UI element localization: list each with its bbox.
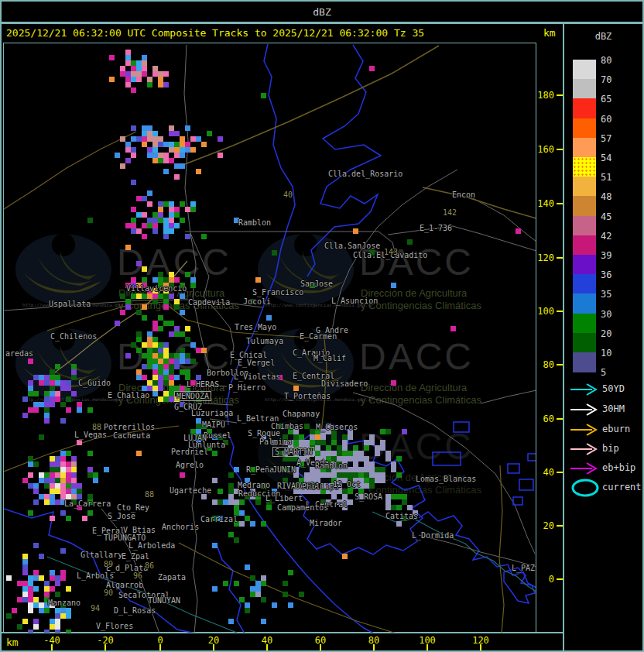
road-number-label: 88 [145, 490, 154, 499]
scale-color-swatch [573, 138, 596, 158]
place-label: Villavicencio [126, 284, 187, 293]
y-axis-tick [557, 257, 563, 259]
place-label: L_Libert [265, 494, 303, 503]
scale-color-swatch [573, 333, 596, 353]
place-label: Clla.SanJose [324, 242, 380, 250]
place-label: JUNIN [272, 465, 296, 474]
place-label: T_Porteñas [284, 392, 331, 400]
scale-value-label: 5 [601, 367, 606, 378]
scale-color-swatch [573, 274, 596, 294]
place-label: S_Jose [108, 512, 135, 520]
place-label: Clla.del_Rosario [328, 170, 402, 178]
scale-value-label: 65 [601, 94, 611, 105]
road-number-label: 142 [443, 208, 457, 217]
place-label: L.HERAS [187, 380, 219, 389]
y-axis-tick [557, 472, 563, 473]
track-arrow-icon [569, 440, 603, 458]
place-label: Potrerillos [104, 423, 155, 431]
place-label: Palmira [259, 438, 292, 446]
scale-value-label: 60 [601, 114, 611, 125]
y-axis-tick-label: 140 [536, 198, 554, 209]
map-content: DACCDirección de Agriculturay Contingenc… [3, 43, 536, 633]
place-label: L_PAZ [512, 564, 535, 572]
place-label: Mirador [310, 519, 342, 527]
scale-color-swatch [573, 235, 596, 256]
road-number-label: 88 [92, 423, 101, 431]
y-axis-tick [557, 203, 563, 204]
scale-value-label: 35 [601, 289, 611, 300]
x-axis-tick-label: 120 [465, 635, 496, 646]
scale-value-label: 10 [601, 348, 611, 359]
place-label: Zapata [158, 573, 186, 582]
title-bar: dBZ [0, 0, 644, 23]
place-label: C_Chilenos [50, 332, 97, 341]
place-label: aredas [5, 349, 33, 358]
scale-value-label: 70 [601, 74, 611, 85]
road-number-label: 90 [104, 589, 113, 597]
x-axis-tick-label: 40 [252, 635, 283, 646]
x-axis-tick-label: -40 [36, 635, 67, 646]
place-label: S_ROSA [355, 492, 382, 501]
y-axis-tick-label: 60 [536, 414, 554, 424]
place-label: Ramblon [238, 218, 271, 227]
place-label: La_Carrera [64, 499, 111, 508]
place-label: L_Dormida [412, 531, 454, 540]
place-label: C_Guido [78, 379, 111, 387]
legend-label: bip [602, 443, 619, 454]
road-number-label: 143 [384, 248, 398, 256]
road-number-label: 86 [145, 561, 154, 570]
place-label: TUNUYAN [148, 596, 180, 605]
scale-title: dBZ [563, 31, 644, 42]
road-number-label: 96 [133, 571, 142, 580]
place-label: S_Francisco [252, 288, 303, 297]
place-label: Campamentos [277, 503, 328, 512]
scale-value-label: 42 [601, 231, 611, 242]
track-arrow-icon [569, 459, 603, 478]
legend-label: eb+bip [602, 462, 635, 473]
scale-value-label: 30 [601, 309, 611, 320]
y-axis-tick [557, 149, 563, 150]
x-axis-tick-label: 60 [305, 635, 336, 646]
scale-color-swatch [573, 293, 596, 314]
place-label: MENDOZA [174, 391, 211, 401]
scale-color-swatch [573, 177, 596, 197]
scale-value-label: 20 [601, 328, 611, 339]
scale-value-label: 51 [601, 172, 611, 183]
place-label: P_Hierro [228, 383, 265, 392]
scale-color-swatch [573, 216, 596, 236]
x-axis-tick-label: 80 [358, 635, 389, 646]
place-label: Catitas [385, 512, 418, 520]
place-label: R_Peña [246, 465, 274, 474]
place-label: Tres_Mayo [235, 323, 276, 331]
road-number-label: 89 [104, 560, 113, 568]
y-axis-tick-label: 0 [536, 574, 554, 585]
x-axis-tick-label: -20 [90, 635, 121, 646]
scale-color-swatch [573, 98, 596, 118]
y-axis-tick [557, 364, 563, 365]
road-number-label: 94 [91, 604, 100, 613]
place-label: E_Challao [108, 391, 149, 400]
scale-color-swatch [573, 314, 596, 334]
place-label: Agrelo [176, 461, 204, 469]
x-axis-tick-label: 20 [198, 635, 229, 646]
scale-value-label: 80 [601, 55, 611, 66]
scale-value-label: 54 [601, 153, 611, 163]
place-label: Jocoli [243, 297, 271, 306]
radar-map[interactable]: DACCDirección de Agriculturay Contingenc… [3, 43, 536, 633]
place-label: Lomas_Blancas [416, 475, 476, 483]
place-label: M_Calif [313, 354, 346, 362]
y-axis-tick [557, 311, 563, 312]
place-label: E_Zpal [122, 552, 149, 561]
scale-value-label: 57 [601, 133, 611, 144]
y-axis-tick-label: 100 [536, 306, 554, 317]
scale-color-swatch [573, 352, 596, 372]
legend-label: 30HM [602, 403, 625, 414]
y-axis-tick-label: 40 [536, 467, 554, 478]
place-label: Uspallata [49, 300, 91, 308]
place-label: SanJose [300, 280, 333, 288]
place-label: Chapanay [283, 410, 320, 418]
scale-value-label: 36 [601, 269, 611, 280]
scale-color-swatch [573, 255, 596, 275]
place-label: V_Flores [96, 622, 133, 630]
place-label: Medrano [238, 481, 270, 489]
